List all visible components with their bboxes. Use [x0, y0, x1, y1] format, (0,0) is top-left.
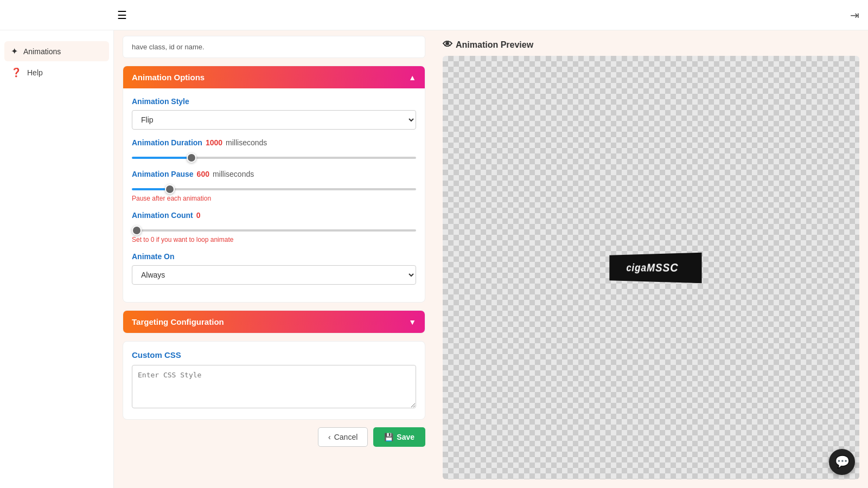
save-label: Save — [397, 433, 414, 441]
hint-box: have class, id or name. — [123, 36, 425, 58]
animation-pause-unit: milliseconds — [213, 170, 254, 178]
flip-preview: CSSMagic — [601, 254, 701, 281]
topbar-right: ⇥ — [850, 9, 859, 22]
flip-element: CSSMagic — [609, 252, 701, 283]
sidebar-item-animations-label: Animations — [23, 47, 61, 56]
animation-style-select[interactable]: Flip Fade Slide Bounce Zoom Rotate — [132, 110, 416, 130]
custom-css-body: Custom CSS — [123, 342, 425, 419]
action-row: ‹ Cancel 💾 Save — [123, 427, 425, 452]
animation-count-label: Animation Count 0 — [132, 211, 416, 220]
animation-duration-slider[interactable] — [132, 157, 416, 159]
preview-canvas: CSSMagic — [443, 56, 859, 479]
preview-eye-icon: 👁 — [443, 39, 452, 50]
animation-options-card: Animation Options ▲ Animation Style Flip… — [123, 66, 425, 303]
animation-options-body: Animation Style Flip Fade Slide Bounce Z… — [123, 88, 425, 302]
preview-title: 👁 Animation Preview — [443, 39, 859, 50]
animation-options-chevron: ▲ — [409, 73, 416, 82]
animation-duration-slider-container — [132, 151, 416, 161]
animation-duration-group: Animation Duration 1000 milliseconds — [132, 138, 416, 161]
preview-title-text: Animation Preview — [456, 40, 533, 50]
targeting-header[interactable]: Targeting Configuration ▼ — [123, 311, 425, 333]
animation-count-slider-container — [132, 224, 416, 234]
animation-duration-unit: milliseconds — [226, 138, 267, 147]
sidebar: CSSMagic ✦ Animations ❓ Help — [0, 0, 114, 488]
animation-duration-label: Animation Duration 1000 milliseconds — [132, 138, 416, 147]
right-panel: 👁 Animation Preview CSSMagic — [434, 30, 868, 488]
save-icon: 💾 — [384, 433, 393, 441]
custom-css-textarea[interactable] — [132, 365, 416, 408]
chat-widget[interactable]: 💬 — [829, 449, 855, 475]
topbar: ☰ ⇥ — [0, 0, 868, 30]
animation-count-hint: Set to 0 if you want to loop animate — [132, 236, 416, 243]
content-area: have class, id or name. Animation Option… — [114, 30, 868, 488]
animation-style-group: Animation Style Flip Fade Slide Bounce Z… — [132, 97, 416, 130]
animation-count-value: 0 — [196, 211, 201, 220]
sidebar-nav: ✦ Animations ❓ Help — [0, 41, 113, 82]
hamburger-icon[interactable]: ☰ — [117, 9, 127, 22]
sidebar-item-animations[interactable]: ✦ Animations — [4, 41, 109, 61]
animation-pause-value: 600 — [197, 170, 209, 178]
targeting-chevron: ▼ — [409, 318, 416, 326]
targeting-card: Targeting Configuration ▼ — [123, 310, 425, 333]
animation-duration-value: 1000 — [206, 138, 222, 147]
animation-style-label: Animation Style — [132, 97, 416, 106]
animation-count-group: Animation Count 0 Set to 0 if you want t… — [132, 211, 416, 243]
sidebar-item-help[interactable]: ❓ Help — [4, 62, 109, 82]
targeting-title: Targeting Configuration — [132, 317, 224, 326]
custom-css-card: Custom CSS — [123, 341, 425, 420]
chat-icon: 💬 — [835, 455, 850, 469]
cancel-label: Cancel — [334, 433, 358, 441]
animation-count-slider[interactable] — [132, 229, 416, 232]
animation-pause-group: Animation Pause 600 milliseconds Pause a… — [132, 170, 416, 202]
animation-options-header[interactable]: Animation Options ▲ — [123, 66, 425, 88]
custom-css-label: Custom CSS — [132, 350, 416, 359]
animation-options-title: Animation Options — [132, 73, 205, 82]
hint-text: have class, id or name. — [132, 43, 205, 51]
animation-pause-label: Animation Pause 600 milliseconds — [132, 170, 416, 178]
animation-pause-slider[interactable] — [132, 188, 416, 190]
cancel-chevron: ‹ — [328, 433, 331, 441]
left-panel: have class, id or name. Animation Option… — [114, 30, 434, 488]
main-wrapper: have class, id or name. Animation Option… — [114, 0, 868, 488]
animations-icon: ✦ — [11, 46, 18, 56]
sidebar-item-help-label: Help — [27, 68, 43, 77]
animation-pause-slider-container — [132, 183, 416, 192]
help-icon: ❓ — [11, 67, 22, 78]
animate-on-label: Animate On — [132, 252, 416, 261]
animation-pause-hint: Pause after each animation — [132, 195, 416, 202]
animate-on-group: Animate On Always Hover Click Scroll — [132, 252, 416, 285]
save-button[interactable]: 💾 Save — [373, 427, 425, 447]
cancel-button[interactable]: ‹ Cancel — [318, 427, 368, 447]
animate-on-select[interactable]: Always Hover Click Scroll — [132, 265, 416, 285]
exit-icon[interactable]: ⇥ — [850, 9, 859, 21]
